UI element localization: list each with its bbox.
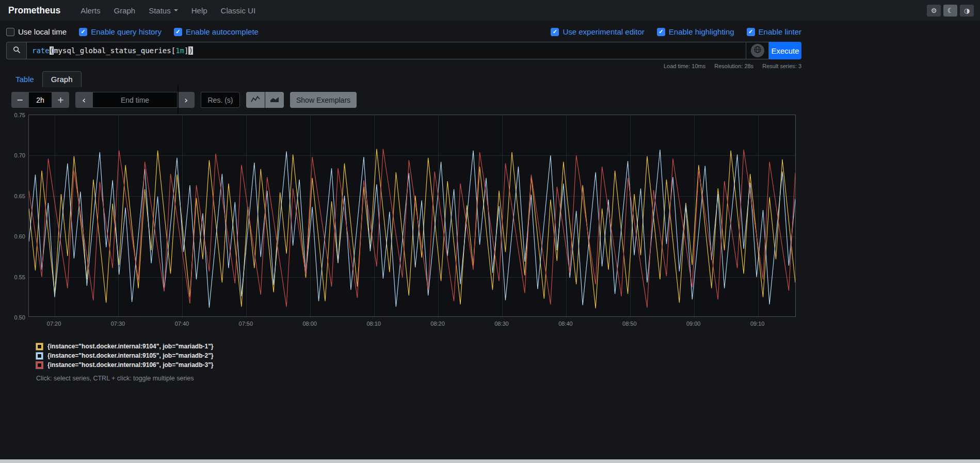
- nav-item-help[interactable]: Help: [185, 0, 214, 21]
- nav-item-graph[interactable]: Graph: [107, 0, 142, 21]
- query-token: 1m: [175, 46, 184, 55]
- search-addon: [6, 42, 26, 59]
- range-group: − +: [11, 92, 69, 108]
- x-tick-label: 07:20: [43, 321, 66, 327]
- range-decrease-button[interactable]: −: [11, 92, 28, 108]
- range-input[interactable]: [28, 92, 52, 108]
- y-tick-label: 0.70: [6, 152, 25, 158]
- query-token: rate: [32, 46, 50, 55]
- x-tick-label: 08:20: [426, 321, 449, 327]
- checkbox-label: Use experimental editor: [563, 27, 644, 36]
- tabs: TableGraph: [0, 70, 980, 87]
- search-icon: [13, 46, 21, 56]
- legend-label: {instance="host.docker.internal:9105", j…: [47, 352, 214, 359]
- tab-graph[interactable]: Graph: [42, 71, 82, 87]
- legend: {instance="host.docker.internal:9104", j…: [36, 343, 980, 369]
- checkbox-use-experimental-editor[interactable]: Use experimental editor: [551, 27, 644, 36]
- gear-button[interactable]: ⚙: [927, 5, 941, 17]
- x-tick-label: 08:10: [362, 321, 385, 327]
- x-tick-label: 08:30: [490, 321, 513, 327]
- line-chart-toggle-button[interactable]: [246, 92, 265, 108]
- checkbox-box[interactable]: [747, 28, 755, 36]
- legend-swatch: [36, 343, 43, 350]
- x-tick-label: 08:40: [554, 321, 577, 327]
- y-tick-label: 0.55: [6, 274, 25, 280]
- navbar: Prometheus AlertsGraphStatusHelpClassic …: [0, 0, 980, 21]
- checkbox-box[interactable]: [6, 28, 14, 36]
- execute-button[interactable]: Execute: [769, 42, 801, 59]
- query-token: ): [188, 46, 192, 55]
- nav-item-label: Classic UI: [221, 6, 256, 15]
- chart-type-group: [246, 92, 284, 108]
- nav-item-status[interactable]: Status: [142, 0, 185, 21]
- checkbox-enable-highlighting[interactable]: Enable highlighting: [657, 27, 734, 36]
- legend-item[interactable]: {instance="host.docker.internal:9105", j…: [36, 352, 980, 359]
- checkbox-label: Enable highlighting: [669, 27, 734, 36]
- legend-item[interactable]: {instance="host.docker.internal:9104", j…: [36, 343, 980, 350]
- settings-left: Use local timeEnable query historyEnable…: [6, 27, 259, 36]
- navbar-actions: ⚙☾◑: [927, 5, 974, 17]
- query-token: [: [171, 46, 175, 55]
- gear-icon: ⚙: [931, 7, 937, 14]
- chart: 0.750.700.650.600.550.5007:2007:3007:400…: [6, 115, 796, 330]
- globe-icon: [753, 45, 762, 56]
- checkbox-box[interactable]: [551, 28, 559, 36]
- nav-item-label: Status: [149, 6, 171, 15]
- query-bar: rate(mysql_global_status_queries[1m]) Ex…: [6, 42, 801, 59]
- contrast-button[interactable]: ◑: [960, 5, 974, 17]
- range-increase-button[interactable]: +: [52, 92, 69, 108]
- checkbox-enable-linter[interactable]: Enable linter: [747, 27, 801, 36]
- metrics-explorer-addon: [746, 42, 769, 59]
- checkbox-label: Use local time: [18, 27, 67, 36]
- checkbox-use-local-time[interactable]: Use local time: [6, 27, 67, 36]
- show-exemplars-button[interactable]: Show Exemplars: [290, 92, 357, 108]
- line-chart-icon: [251, 95, 260, 104]
- resolution: Resolution: 28s: [714, 63, 753, 69]
- query-input[interactable]: rate(mysql_global_status_queries[1m]): [26, 42, 746, 59]
- query-token: ]: [184, 46, 188, 55]
- chart-series-svg: [29, 115, 795, 316]
- resolution-input[interactable]: [201, 92, 240, 108]
- navbar-links: AlertsGraphStatusHelpClassic UI: [74, 0, 262, 21]
- text-cursor: [178, 85, 179, 114]
- graph-controls: − + ‹ › Show Exemplars: [11, 92, 980, 108]
- moon-button[interactable]: ☾: [943, 5, 957, 17]
- nav-item-label: Graph: [114, 6, 135, 15]
- checkbox-box[interactable]: [79, 28, 87, 36]
- brand-link[interactable]: Prometheus: [8, 5, 60, 16]
- series-line: [29, 149, 795, 309]
- x-tick-label: 07:40: [170, 321, 193, 327]
- nav-item-label: Help: [191, 6, 207, 15]
- result-series: Result series: 3: [762, 63, 801, 69]
- settings-row: Use local timeEnable query historyEnable…: [0, 21, 808, 41]
- stacked-chart-icon: [270, 95, 279, 104]
- nav-item-classic-ui[interactable]: Classic UI: [214, 0, 263, 21]
- resolution-group: [201, 92, 240, 108]
- nav-item-alerts[interactable]: Alerts: [74, 0, 107, 21]
- x-tick-label: 09:10: [746, 321, 769, 327]
- checkbox-box[interactable]: [657, 28, 665, 36]
- y-tick-label: 0.75: [6, 112, 25, 118]
- tab-table[interactable]: Table: [7, 72, 42, 87]
- end-time-input[interactable]: [92, 92, 178, 108]
- checkbox-label: Enable linter: [759, 27, 801, 36]
- stacked-chart-toggle-button[interactable]: [265, 92, 284, 108]
- x-tick-label: 09:00: [682, 321, 705, 327]
- checkbox-enable-autocomplete[interactable]: Enable autocomplete: [174, 27, 259, 36]
- query-stats: Load time: 10ms Resolution: 28s Result s…: [0, 63, 808, 69]
- metrics-explorer-button[interactable]: [751, 44, 764, 57]
- checkbox-enable-query-history[interactable]: Enable query history: [79, 27, 162, 36]
- load-time: Load time: 10ms: [664, 63, 705, 69]
- time-forward-button[interactable]: ›: [178, 92, 195, 108]
- time-back-button[interactable]: ‹: [75, 92, 92, 108]
- x-tick-label: 08:50: [618, 321, 641, 327]
- x-tick-label: 08:00: [298, 321, 321, 327]
- checkbox-box[interactable]: [174, 28, 182, 36]
- end-time-group: ‹ ›: [75, 92, 195, 108]
- x-tick-label: 07:50: [234, 321, 257, 327]
- horizontal-scrollbar[interactable]: [0, 459, 980, 463]
- legend-item[interactable]: {instance="host.docker.internal:9106", j…: [36, 361, 980, 369]
- x-tick-label: 07:30: [106, 321, 129, 327]
- plot-area[interactable]: [28, 115, 796, 317]
- y-tick-label: 0.60: [6, 233, 25, 240]
